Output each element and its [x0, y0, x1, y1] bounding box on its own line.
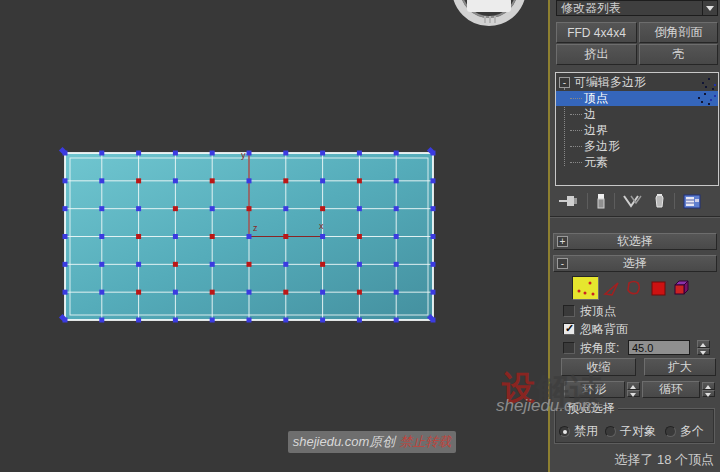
- configure-modifier-sets-icon[interactable]: [683, 194, 701, 209]
- pin-stack-icon[interactable]: [559, 194, 579, 208]
- loop-spinner[interactable]: [702, 382, 715, 397]
- rollout-label: 软选择: [568, 233, 702, 250]
- preview-selection-label: 预览选择: [564, 400, 618, 417]
- angle-spinner[interactable]: [697, 340, 710, 355]
- tree-stub: [570, 162, 582, 163]
- by-vertex-checkbox[interactable]: 按顶点: [563, 304, 616, 318]
- polygon-mode-icon[interactable]: [649, 276, 667, 300]
- command-panel: 修改器列表 FFD 4x4x4 倒角剖面 挤出 壳 - 可编辑多边形 顶点: [550, 0, 720, 472]
- divider: [550, 217, 720, 218]
- tree-stub: [570, 130, 582, 131]
- border-mode-icon[interactable]: [624, 276, 644, 300]
- extrude-button[interactable]: 挤出: [556, 44, 637, 65]
- axis-x-label: x: [319, 221, 324, 231]
- stack-row-polygon[interactable]: 多边形: [556, 139, 718, 154]
- logo-tick: [484, 16, 486, 23]
- radio-label: 多个: [680, 423, 704, 440]
- radio-subobj[interactable]: 子对象: [605, 424, 656, 438]
- spinner-down-icon[interactable]: [697, 348, 710, 356]
- checkbox-box[interactable]: [563, 342, 575, 354]
- logo-tick: [494, 16, 496, 23]
- shell-button[interactable]: 壳: [639, 44, 718, 65]
- toolbar-divider: [674, 193, 675, 209]
- stack-row-border[interactable]: 边界: [556, 123, 718, 138]
- modifier-list-dropdown[interactable]: 修改器列表: [556, 0, 718, 16]
- logo-tick: [489, 16, 491, 23]
- stack-dots-decoration: [698, 97, 700, 99]
- stack-item-label: 边: [584, 106, 596, 123]
- checkbox-box[interactable]: [563, 305, 575, 317]
- shrink-button[interactable]: 收缩: [561, 358, 636, 376]
- mesh-canvas[interactable]: yzx: [0, 0, 548, 472]
- make-unique-icon[interactable]: [623, 194, 645, 209]
- watermark-banner: shejiedu.com原创 禁止转载: [288, 431, 456, 453]
- checkbox-box[interactable]: [563, 323, 575, 335]
- rollout-label: 选择: [568, 255, 702, 272]
- stack-dots-decoration: [702, 82, 704, 84]
- tree-stub: [570, 114, 582, 115]
- edge-mode-icon[interactable]: [602, 276, 623, 300]
- watermark-site-text: shejiedu.com原创: [293, 433, 396, 451]
- axis-z-label: z: [253, 223, 258, 233]
- stack-item-label: 顶点: [584, 90, 608, 107]
- radio-icon[interactable]: [605, 426, 616, 437]
- stack-row-edge[interactable]: 边: [556, 107, 718, 122]
- tree-stub: [570, 146, 582, 147]
- remove-modifier-icon[interactable]: [653, 193, 666, 209]
- stack-toolbar: [550, 189, 720, 213]
- watermark-warning-text: 禁止转载: [399, 433, 451, 451]
- radio-disable[interactable]: 禁用: [559, 424, 598, 438]
- vertex-mode-icon[interactable]: [572, 276, 599, 300]
- logo-plate-icon: [467, 0, 511, 12]
- expand-plus-icon[interactable]: +: [557, 236, 568, 247]
- stack-item-label: 边界: [584, 122, 608, 139]
- radio-icon[interactable]: [559, 426, 570, 437]
- by-angle-checkbox[interactable]: 按角度:: [563, 341, 619, 355]
- bevel-profile-button[interactable]: 倒角剖面: [639, 22, 718, 43]
- spinner-up-icon[interactable]: [702, 382, 715, 390]
- tree-stub: [570, 98, 582, 99]
- stack-item-label: 元素: [584, 154, 608, 171]
- spinner-up-icon[interactable]: [697, 340, 710, 348]
- checkbox-label: 按顶点: [580, 303, 616, 320]
- toolbar-divider: [587, 193, 588, 209]
- stack-item-label: 多边形: [584, 138, 620, 155]
- rollout-soft-selection[interactable]: + 软选择: [553, 233, 717, 250]
- modifier-stack: - 可编辑多边形 顶点 边 边界 多边形: [555, 72, 719, 186]
- modifier-list-label: 修改器列表: [557, 0, 702, 17]
- collapse-box-icon[interactable]: -: [559, 77, 570, 88]
- radio-icon[interactable]: [665, 426, 676, 437]
- element-mode-icon[interactable]: [670, 276, 692, 300]
- selection-status-text: 选择了 18 个顶点: [614, 451, 714, 469]
- toolbar-divider: [614, 193, 615, 209]
- checkbox-label: 按角度:: [580, 340, 619, 357]
- radio-multiple[interactable]: 多个: [665, 424, 704, 438]
- stack-row-element[interactable]: 元素: [556, 155, 718, 170]
- grow-button[interactable]: 扩大: [644, 358, 716, 376]
- ffd4x4x4-button[interactable]: FFD 4x4x4: [556, 22, 637, 43]
- stack-root-label: 可编辑多边形: [574, 74, 646, 91]
- viewport[interactable]: yzx shejiedu.com原创 禁止转载: [0, 0, 548, 472]
- spinner-down-icon[interactable]: [627, 390, 640, 398]
- loop-button[interactable]: 循环: [642, 381, 700, 398]
- spinner-up-icon[interactable]: [627, 382, 640, 390]
- dropdown-arrow-button[interactable]: [702, 1, 717, 15]
- stack-row-vertex[interactable]: 顶点: [556, 91, 718, 106]
- recorder-logo: [447, 0, 547, 30]
- ring-button[interactable]: 环形: [564, 381, 625, 398]
- app-window: yzx shejiedu.com原创 禁止转载 修改器列表 FFD 4x4x4: [0, 0, 720, 472]
- radio-label: 禁用: [574, 423, 598, 440]
- angle-input[interactable]: [628, 340, 690, 355]
- ring-spinner[interactable]: [627, 382, 640, 397]
- ignore-backfacing-checkbox[interactable]: 忽略背面: [563, 322, 628, 336]
- checkbox-label: 忽略背面: [580, 321, 628, 338]
- spinner-down-icon[interactable]: [702, 390, 715, 398]
- rollout-selection[interactable]: - 选择: [553, 255, 717, 272]
- collapse-minus-icon[interactable]: -: [557, 258, 568, 269]
- radio-label: 子对象: [620, 423, 656, 440]
- axis-y-label: y: [241, 150, 246, 160]
- stack-row-editable-poly[interactable]: - 可编辑多边形: [556, 75, 718, 90]
- chevron-down-icon: [706, 6, 714, 11]
- show-end-result-icon[interactable]: [596, 193, 606, 209]
